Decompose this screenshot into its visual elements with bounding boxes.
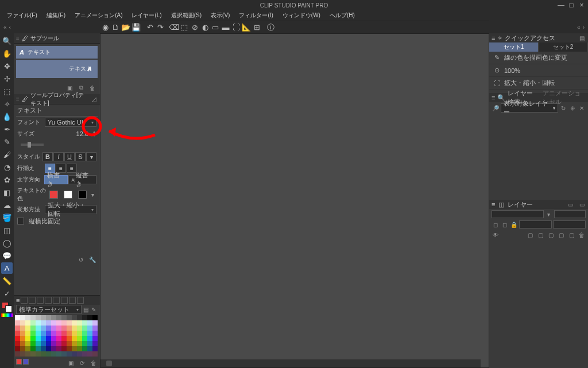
palette-swatch[interactable] — [30, 346, 36, 351]
palette-swatch[interactable] — [61, 346, 67, 351]
tool-pencil[interactable]: ✎ — [1, 136, 13, 148]
palette-swatch[interactable] — [82, 331, 87, 336]
blend-mode-dropdown[interactable] — [492, 210, 544, 218]
bold-button[interactable]: B — [42, 152, 53, 161]
assist-icon[interactable]: ⓘ — [265, 22, 276, 33]
size-slider[interactable] — [21, 144, 44, 146]
palette-swatch[interactable] — [67, 320, 72, 326]
pin-icon[interactable]: ◿ — [91, 95, 98, 103]
palette-swatch[interactable] — [72, 351, 77, 357]
tool-decoration[interactable]: ✿ — [1, 174, 13, 185]
transparent-toggle[interactable] — [1, 313, 13, 317]
canvas-area[interactable] — [100, 33, 489, 368]
palette-swatch[interactable] — [15, 326, 20, 331]
palette-swatch[interactable] — [72, 315, 77, 320]
palette-swatch[interactable] — [41, 336, 46, 341]
palette-set-dropdown[interactable]: 標準カラーセット ▾ — [16, 305, 82, 314]
menu-help[interactable]: ヘルプ(H) — [325, 10, 359, 21]
palette-swatch[interactable] — [77, 351, 82, 357]
palette-swatch[interactable] — [67, 336, 72, 341]
horizontal-button[interactable]: 横書き — [44, 175, 68, 184]
palette-swatch[interactable] — [72, 320, 77, 326]
layer-search-dropdown[interactable]: 表示対象レイヤー ▾ — [501, 103, 558, 113]
tool-blend[interactable]: ☁ — [1, 199, 13, 211]
palette-swatch[interactable] — [82, 341, 87, 346]
redo-icon[interactable]: ↷ — [155, 22, 165, 33]
palette-swatch[interactable] — [72, 341, 77, 346]
tool-move[interactable]: ✋ — [1, 48, 13, 59]
palette-swatch[interactable] — [92, 351, 98, 357]
tool-move-layer[interactable]: ✢ — [1, 73, 13, 84]
palette-swatch[interactable] — [46, 326, 51, 331]
italic-button[interactable]: I — [53, 152, 64, 161]
palette-swatch[interactable] — [51, 326, 56, 331]
menu-window[interactable]: ウィンドウ(W) — [278, 10, 325, 21]
toolprop-header[interactable]: ≡ 🖊 ツールプロパティ[テキスト] ◿ — [14, 94, 100, 104]
palette-swatch[interactable] — [30, 320, 36, 326]
palette-swatch[interactable] — [51, 341, 56, 346]
palette-swatch[interactable] — [56, 351, 61, 357]
palette-swatch[interactable] — [82, 346, 87, 351]
pal-bg[interactable] — [23, 359, 29, 365]
palette-swatch[interactable] — [36, 336, 41, 341]
tool-brush[interactable]: 🖌 — [1, 149, 13, 160]
qa-item-linecolor[interactable]: ✎ 線の色を描画色に変更 — [489, 52, 588, 64]
palette-swatch[interactable] — [41, 315, 46, 320]
menu-layer[interactable]: レイヤー(L) — [127, 10, 166, 21]
palette-swatch[interactable] — [87, 331, 92, 336]
palette-swatch[interactable] — [25, 346, 30, 351]
ly-c[interactable]: 🔒 — [510, 220, 518, 228]
quick-access-header[interactable]: ≡ ✧ クイックアクセス ▤ — [489, 33, 588, 42]
palette-swatch[interactable] — [61, 315, 67, 320]
panel-right-chevron2[interactable]: › — [583, 24, 585, 30]
palette-swatch[interactable] — [61, 351, 67, 357]
palette-swatch[interactable] — [67, 315, 72, 320]
palette-swatch[interactable] — [36, 341, 41, 346]
palette-swatch[interactable] — [25, 351, 30, 357]
ls-icon-a[interactable]: ↻ — [559, 104, 567, 112]
palette-swatch[interactable] — [51, 320, 56, 326]
palette-swatch[interactable] — [87, 320, 92, 326]
color-white-swatch[interactable] — [64, 191, 72, 199]
reset-icon[interactable]: ↺ — [77, 256, 85, 264]
palette-swatch[interactable] — [87, 315, 92, 320]
tool-figure[interactable]: ◯ — [1, 237, 13, 249]
palette-swatch[interactable] — [30, 315, 36, 320]
lock-dropdown[interactable] — [519, 220, 552, 228]
border-icon[interactable]: ▭ — [210, 22, 220, 33]
palette-swatch[interactable] — [92, 331, 98, 336]
palette-swatch[interactable] — [20, 346, 25, 351]
color-tab-5[interactable] — [53, 297, 60, 304]
horizontal-scrollbar[interactable] — [100, 359, 481, 367]
palette-swatch[interactable] — [36, 346, 41, 351]
strike-button[interactable]: S — [75, 152, 86, 161]
palette-swatch[interactable] — [36, 351, 41, 357]
tool-eraser[interactable]: ◧ — [1, 187, 13, 198]
layers-tab3-icon[interactable]: ▭ — [578, 200, 586, 208]
color-tab-7[interactable] — [69, 297, 76, 304]
tool-fill[interactable]: 🪣 — [1, 212, 13, 223]
palette-menu-icon[interactable]: ▤ — [82, 305, 90, 313]
subtool-header[interactable]: ≡ 🖊 サブツール — [14, 33, 100, 44]
palette-swatch[interactable] — [36, 315, 41, 320]
palette-swatch[interactable] — [46, 336, 51, 341]
palette-swatch[interactable] — [20, 326, 25, 331]
palette-swatch[interactable] — [20, 351, 25, 357]
color-black-swatch[interactable] — [78, 191, 87, 199]
palette-swatch[interactable] — [41, 346, 46, 351]
palette-swatch[interactable] — [15, 331, 20, 336]
pal-fg[interactable] — [16, 359, 22, 365]
palette-swatch[interactable] — [67, 351, 72, 357]
palette-swatch[interactable] — [67, 341, 72, 346]
color-tab-6[interactable] — [61, 297, 68, 304]
pal-add-icon[interactable]: ▣ — [67, 359, 75, 367]
ly-i4[interactable]: ▢ — [557, 231, 565, 239]
underline-button[interactable]: U — [64, 152, 75, 161]
palette-swatch[interactable] — [92, 315, 98, 320]
palette-swatch[interactable] — [41, 341, 46, 346]
palette-swatch[interactable] — [25, 326, 30, 331]
palette-swatch[interactable] — [82, 336, 87, 341]
save-icon[interactable]: 💾 — [131, 22, 141, 33]
palette-swatch[interactable] — [72, 331, 77, 336]
lock-checkbox[interactable] — [17, 218, 24, 224]
